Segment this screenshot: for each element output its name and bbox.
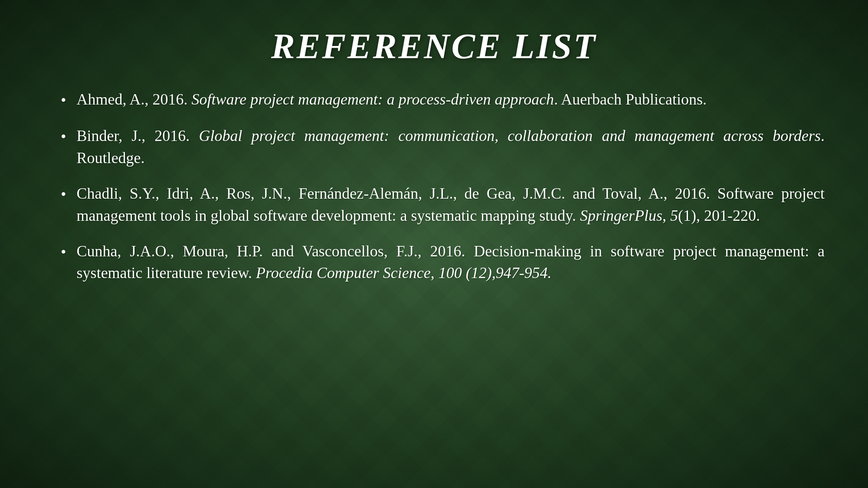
reference-text: Binder, J., 2016. Global project managem… — [77, 125, 825, 169]
list-item: • Chadli, S.Y., Idri, A., Ros, J.N., Fer… — [61, 183, 825, 226]
reference-text: Chadli, S.Y., Idri, A., Ros, J.N., Ferná… — [77, 183, 825, 226]
list-item: • Cunha, J.A.O., Moura, H.P. and Vasconc… — [61, 240, 825, 284]
slide: REFERENCE LIST • Ahmed, A., 2016. Softwa… — [0, 0, 868, 488]
bullet-icon: • — [61, 241, 66, 263]
slide-title: REFERENCE LIST — [43, 26, 825, 67]
bullet-icon: • — [61, 89, 66, 111]
bullet-icon: • — [61, 126, 66, 147]
bullet-icon: • — [61, 183, 66, 205]
list-item: • Binder, J., 2016. Global project manag… — [61, 125, 825, 169]
reference-text: Ahmed, A., 2016. Software project manage… — [77, 88, 825, 110]
reference-text: Cunha, J.A.O., Moura, H.P. and Vasconcel… — [77, 240, 825, 284]
list-item: • Ahmed, A., 2016. Software project mana… — [61, 88, 825, 111]
references-list: • Ahmed, A., 2016. Software project mana… — [61, 88, 825, 284]
